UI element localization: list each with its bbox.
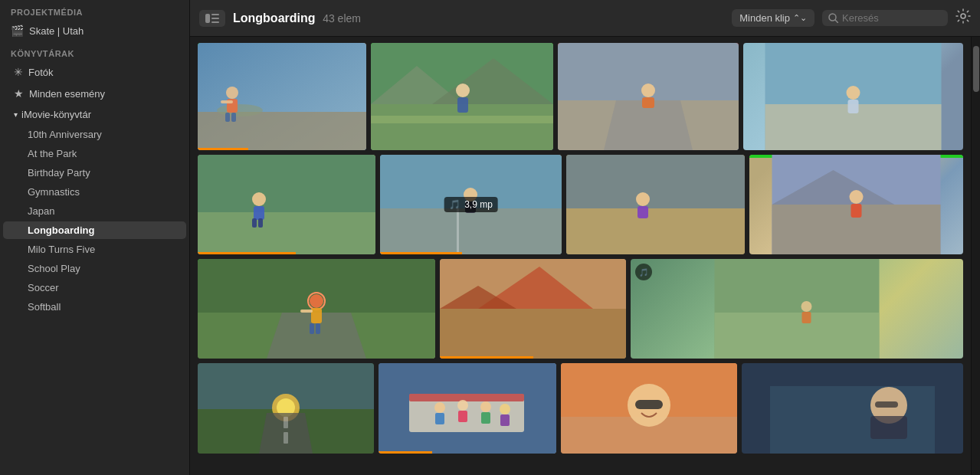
svg-rect-68 bbox=[802, 312, 811, 323]
svg-rect-76 bbox=[284, 432, 288, 444]
filter-button[interactable]: Minden klip ⌃⌄ bbox=[732, 9, 814, 27]
toggle-sidebar-button[interactable] bbox=[199, 10, 225, 27]
clip-r4c2[interactable] bbox=[379, 363, 556, 454]
sidebar-item-fotos[interactable]: ✳ Fotók bbox=[3, 62, 186, 82]
svg-rect-83 bbox=[458, 411, 467, 422]
svg-point-84 bbox=[480, 401, 491, 412]
svg-point-50 bbox=[850, 190, 864, 204]
search-input[interactable] bbox=[842, 12, 942, 24]
clip-r1c4[interactable] bbox=[743, 43, 963, 150]
scrollbar-track[interactable] bbox=[971, 37, 980, 475]
svg-point-33 bbox=[252, 192, 266, 206]
svg-rect-59 bbox=[316, 323, 320, 334]
toolbar-title: Longboarding bbox=[233, 11, 316, 25]
search-box bbox=[822, 10, 948, 26]
sidebar-item-at-the-park[interactable]: At the Park bbox=[3, 145, 186, 162]
sidebar: PROJEKTMÉDIA 🎬 Skate | Utah KÖNYVTÁRAK ✳… bbox=[0, 0, 190, 475]
sidebar-item-10th-label: 10th Anniversary bbox=[28, 129, 102, 140]
sidebar-item-minden-esemeny-label: Minden esemény bbox=[29, 88, 105, 100]
sidebar-item-japan-label: Japan bbox=[28, 205, 54, 217]
clip-r1c3[interactable] bbox=[558, 43, 739, 150]
svg-rect-36 bbox=[258, 218, 263, 228]
svg-rect-30 bbox=[848, 100, 859, 113]
svg-rect-8 bbox=[198, 112, 366, 150]
sidebar-item-soccer-label: Soccer bbox=[28, 282, 58, 293]
svg-rect-81 bbox=[435, 413, 444, 424]
duration-text: 3,9 mp bbox=[464, 199, 493, 210]
svg-rect-12 bbox=[225, 113, 230, 122]
svg-rect-3 bbox=[211, 21, 219, 23]
toolbar-count: 43 elem bbox=[323, 12, 361, 25]
sidebar-item-softball-label: Softball bbox=[28, 301, 61, 313]
sidebar-item-10th[interactable]: 10th Anniversary bbox=[3, 126, 186, 143]
svg-point-6 bbox=[961, 14, 965, 18]
svg-rect-51 bbox=[851, 204, 862, 218]
svg-point-80 bbox=[434, 402, 445, 413]
clip-r4c3[interactable] bbox=[561, 363, 737, 454]
film-icon: 🎬 bbox=[11, 25, 24, 37]
sidebar-project-skate-utah[interactable]: 🎬 Skate | Utah bbox=[0, 20, 189, 41]
clip-r2c3[interactable]: 🎵 bbox=[566, 155, 745, 254]
clip-r2c1[interactable] bbox=[198, 155, 375, 254]
sidebar-item-minden-esemeny[interactable]: ★ Minden esemény bbox=[3, 84, 186, 103]
svg-point-55 bbox=[310, 294, 323, 308]
filter-label: Minden klip bbox=[739, 12, 790, 24]
svg-point-67 bbox=[801, 301, 812, 312]
svg-rect-2 bbox=[211, 18, 219, 19]
sidebar-item-gymnastics-label: Gymnastics bbox=[28, 186, 80, 198]
svg-point-20 bbox=[456, 84, 470, 97]
sidebar-imovie-library-label: iMovie-könyvtár bbox=[21, 109, 91, 120]
svg-rect-93 bbox=[770, 386, 935, 454]
clip-r2c2[interactable]: 🎵 🎵 3,9 mp bbox=[380, 155, 562, 254]
clip-r1c2[interactable] bbox=[371, 43, 553, 150]
svg-rect-17 bbox=[371, 116, 553, 123]
sidebar-item-longboarding[interactable]: Longboarding bbox=[3, 221, 186, 239]
photos-icon: ✳ bbox=[14, 66, 23, 78]
svg-rect-21 bbox=[457, 97, 468, 113]
settings-button[interactable] bbox=[955, 8, 971, 28]
svg-rect-13 bbox=[231, 113, 236, 122]
sidebar-item-fotos-label: Fotók bbox=[28, 67, 54, 78]
sidebar-imovie-library[interactable]: ▾ iMovie-könyvtár bbox=[3, 105, 186, 124]
svg-point-86 bbox=[500, 404, 510, 414]
sidebar-item-longboarding-label: Longboarding bbox=[28, 224, 94, 236]
clip-r1c1[interactable] bbox=[198, 43, 366, 150]
grid-row-4: 🎵 bbox=[198, 363, 963, 454]
sidebar-item-birthday-party-label: Birthday Party bbox=[28, 167, 90, 179]
sidebar-item-birthday-party[interactable]: Birthday Party bbox=[3, 164, 186, 182]
clip-r4c4[interactable] bbox=[742, 363, 963, 454]
gear-icon bbox=[955, 8, 971, 24]
svg-rect-1 bbox=[211, 14, 219, 15]
sidebar-item-gymnastics[interactable]: Gymnastics bbox=[3, 183, 186, 201]
audio-icon-badge: 🎵 bbox=[449, 199, 461, 210]
sidebar-item-milo-turns-five[interactable]: Milo Turns Five bbox=[3, 241, 186, 258]
sidebar-item-softball[interactable]: Softball bbox=[3, 298, 186, 316]
svg-rect-34 bbox=[254, 206, 264, 220]
search-icon bbox=[828, 13, 838, 23]
svg-rect-66 bbox=[715, 313, 880, 359]
clip-r3c3[interactable]: 🎵 bbox=[631, 259, 963, 359]
sidebar-project-label: Skate | Utah bbox=[29, 25, 84, 37]
sidebar-item-japan[interactable]: Japan bbox=[3, 202, 186, 220]
clip-r3c2[interactable] bbox=[440, 259, 626, 359]
sidebar-item-school-play[interactable]: School Play bbox=[3, 260, 186, 277]
clip-r4c1[interactable]: 🎵 bbox=[198, 363, 374, 454]
svg-rect-44 bbox=[566, 155, 745, 208]
svg-rect-60 bbox=[300, 310, 313, 313]
svg-rect-62 bbox=[440, 309, 626, 359]
scrollbar-thumb[interactable] bbox=[973, 46, 979, 92]
svg-line-5 bbox=[835, 20, 838, 23]
svg-rect-85 bbox=[481, 412, 490, 424]
svg-rect-32 bbox=[198, 212, 375, 254]
main-content: Longboarding 43 elem Minden klip ⌃⌄ bbox=[190, 0, 980, 475]
toolbar: Longboarding 43 elem Minden klip ⌃⌄ bbox=[190, 0, 980, 37]
clip-r2c4[interactable] bbox=[749, 155, 963, 254]
sidebar-item-soccer[interactable]: Soccer bbox=[3, 279, 186, 296]
clip-r3c1[interactable] bbox=[198, 259, 435, 359]
svg-rect-95 bbox=[870, 416, 907, 439]
svg-rect-57 bbox=[311, 308, 322, 323]
svg-point-25 bbox=[641, 84, 655, 97]
svg-point-10 bbox=[226, 87, 238, 99]
sidebar-item-milo-turns-five-label: Milo Turns Five bbox=[28, 244, 95, 255]
svg-rect-96 bbox=[875, 401, 898, 408]
